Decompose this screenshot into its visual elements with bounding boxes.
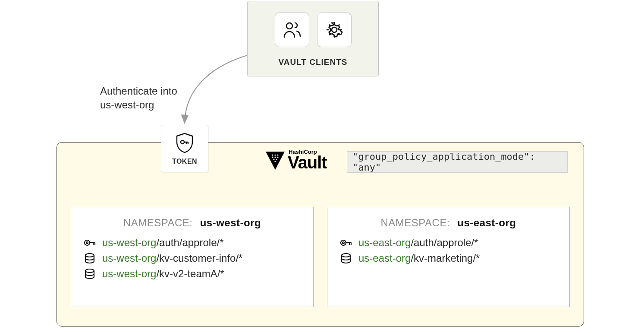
svg-point-16 [85, 254, 94, 257]
path-prefix: us-east-org [358, 237, 411, 248]
svg-point-2 [332, 27, 337, 32]
database-icon [83, 252, 96, 264]
policy-setting-box: "group_policy_application_mode": "any" [347, 151, 568, 173]
namespace-label: NAMESPACE: [381, 217, 450, 228]
svg-point-20 [342, 254, 350, 257]
namespace-west-name: us-west-org [200, 217, 261, 228]
svg-point-8 [272, 156, 273, 158]
svg-point-9 [274, 156, 276, 158]
database-icon [339, 252, 352, 264]
main-container: HashiCorp Vault "group_policy_applicatio… [57, 142, 584, 327]
vault-label: Vault [288, 154, 327, 171]
svg-point-5 [272, 154, 273, 155]
svg-point-15 [86, 242, 88, 244]
namespace-label: NAMESPACE: [123, 217, 193, 228]
path-suffix: /kv-v2-teamA/* [156, 268, 224, 279]
namespace-west-box: NAMESPACE: us-west-org us-west-org/auth/… [71, 207, 314, 307]
svg-point-14 [85, 240, 90, 245]
key-icon [339, 237, 352, 249]
path-prefix: us-west-org [102, 237, 156, 248]
path-row: us-west-org/kv-v2-teamA/* [83, 268, 301, 280]
authenticate-text: Authenticate into us-west-org [100, 84, 177, 112]
svg-point-17 [85, 269, 94, 273]
svg-point-7 [277, 154, 278, 155]
path-prefix: us-west-org [102, 268, 156, 279]
svg-point-12 [276, 159, 277, 160]
path-suffix: /auth/approle/* [156, 237, 223, 248]
path-prefix: us-west-org [102, 252, 156, 264]
shield-icon [174, 132, 195, 154]
token-box: TOKEN [161, 125, 208, 172]
namespace-east-box: NAMESPACE: us-east-org us-east-org/auth/… [327, 207, 570, 307]
svg-point-13 [274, 161, 276, 162]
path-suffix: /auth/approle/* [411, 237, 478, 248]
path-suffix: /kv-marketing/* [411, 252, 480, 264]
path-row: us-west-org/auth/approle/* [83, 237, 301, 249]
path-suffix: /kv-customer-info/* [156, 252, 242, 264]
svg-marker-4 [266, 152, 285, 170]
svg-point-10 [277, 156, 278, 158]
vault-clients-box: VAULT CLIENTS [247, 1, 379, 76]
database-icon [83, 268, 96, 280]
token-label: TOKEN [172, 158, 197, 165]
svg-point-18 [341, 240, 346, 245]
vault-triangle-icon [265, 150, 286, 171]
path-prefix: us-east-org [358, 252, 411, 264]
vault-logo: HashiCorp Vault [265, 149, 327, 171]
namespace-east-name: us-east-org [457, 217, 516, 228]
key-icon [83, 237, 96, 249]
gear-icon [317, 13, 352, 47]
svg-point-1 [286, 23, 292, 29]
svg-point-6 [274, 154, 276, 155]
path-row: us-east-org/auth/approle/* [339, 237, 557, 249]
svg-point-19 [342, 242, 344, 244]
path-row: us-west-org/kv-customer-info/* [83, 252, 301, 264]
auth-line2: us-west-org [100, 99, 154, 111]
svg-point-3 [181, 140, 184, 144]
policy-setting-text: "group_policy_application_mode": "any" [352, 151, 567, 173]
svg-point-11 [273, 159, 274, 160]
user-icon [275, 13, 309, 47]
path-row: us-east-org/kv-marketing/* [339, 252, 557, 264]
vault-clients-label: VAULT CLIENTS [278, 57, 347, 67]
auth-line1: Authenticate into [100, 85, 177, 97]
